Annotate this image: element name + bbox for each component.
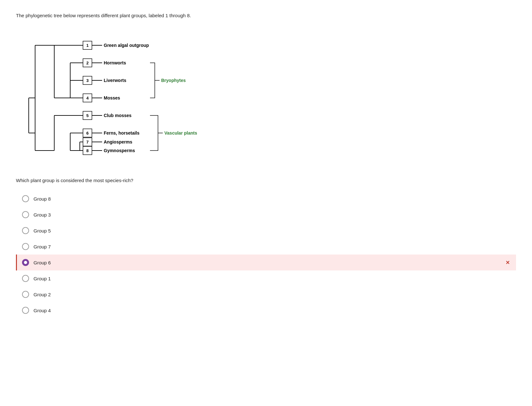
option-group1[interactable]: Group 1 (16, 270, 516, 286)
option-group3[interactable]: Group 3 (16, 207, 516, 223)
option-label-group6: Group 6 (34, 260, 51, 265)
option-group7[interactable]: Group 7 (16, 239, 516, 255)
intro-text: The phylogenetic tree below represents d… (16, 13, 516, 18)
option-label-group7: Group 7 (34, 244, 51, 249)
svg-text:4: 4 (86, 96, 89, 100)
radio-group5 (22, 227, 29, 234)
svg-text:1: 1 (86, 43, 88, 48)
svg-text:Green algal outgroup: Green algal outgroup (104, 43, 149, 48)
svg-text:Liverworts: Liverworts (104, 78, 126, 83)
svg-text:5: 5 (86, 113, 88, 118)
svg-text:Mosses: Mosses (104, 95, 120, 100)
svg-text:6: 6 (86, 131, 88, 136)
option-label-group1: Group 1 (34, 276, 51, 281)
svg-text:3: 3 (86, 78, 88, 83)
radio-group3 (22, 211, 29, 218)
option-label-group8: Group 8 (34, 196, 51, 202)
option-label-group4: Group 4 (34, 308, 51, 313)
radio-group8 (22, 195, 29, 202)
radio-group4 (22, 307, 29, 314)
option-label-group3: Group 3 (34, 212, 51, 218)
svg-text:Club mosses: Club mosses (104, 113, 131, 118)
radio-group1 (22, 275, 29, 282)
option-label-group5: Group 5 (34, 228, 51, 233)
svg-text:7: 7 (86, 140, 88, 144)
svg-text:Bryophytes: Bryophytes (161, 78, 186, 83)
option-group6[interactable]: Group 6 ✕ (16, 255, 516, 270)
svg-text:2: 2 (86, 61, 88, 65)
svg-text:Vascular plants: Vascular plants (164, 130, 197, 136)
answer-options: Group 8 Group 3 Group 5 Group 7 Group 6 … (16, 191, 516, 318)
svg-text:Hornworts: Hornworts (104, 60, 126, 65)
svg-text:8: 8 (86, 148, 88, 153)
radio-group2 (22, 291, 29, 298)
radio-group7 (22, 243, 29, 250)
option-group5[interactable]: Group 5 (16, 223, 516, 239)
option-group4[interactable]: Group 4 (16, 302, 516, 318)
svg-text:Angiosperms: Angiosperms (104, 139, 132, 144)
wrong-icon: ✕ (506, 260, 510, 266)
question-text: Which plant group is considered the most… (16, 178, 516, 183)
option-group2[interactable]: Group 2 (16, 286, 516, 302)
option-group8[interactable]: Group 8 (16, 191, 516, 207)
phylogenetic-tree: 1 Green algal outgroup 2 Hornworts 3 Liv… (16, 28, 207, 165)
radio-group6 (22, 259, 29, 266)
option-label-group2: Group 2 (34, 292, 51, 297)
svg-text:Ferns, horsetails: Ferns, horsetails (104, 130, 139, 136)
svg-text:Gymnosperms: Gymnosperms (104, 148, 135, 153)
